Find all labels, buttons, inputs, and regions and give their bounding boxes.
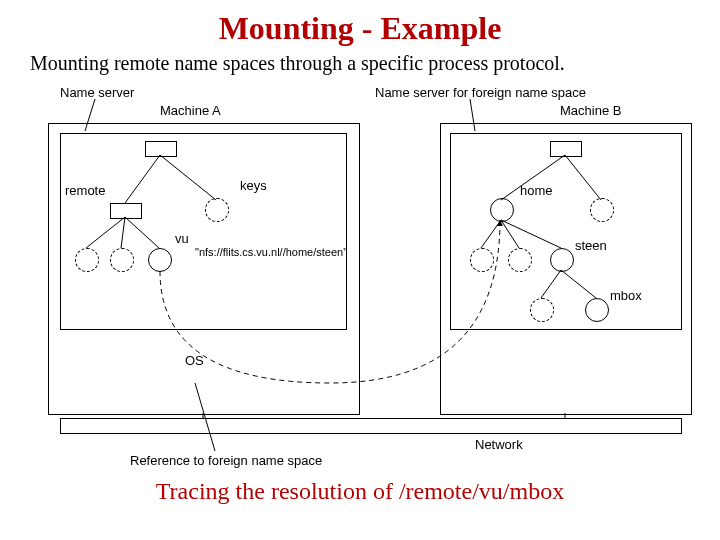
page-title: Mounting - Example — [0, 10, 720, 47]
svg-line-12 — [541, 270, 561, 298]
svg-line-7 — [501, 155, 565, 200]
svg-line-5 — [121, 217, 125, 248]
svg-line-4 — [86, 217, 125, 248]
svg-line-2 — [125, 155, 160, 203]
diagram: Name server Name server for foreign name… — [30, 83, 710, 473]
subtitle: Mounting remote name spaces through a sp… — [30, 52, 720, 75]
svg-line-16 — [195, 383, 215, 451]
svg-line-9 — [481, 220, 501, 248]
svg-line-6 — [125, 217, 159, 248]
svg-line-8 — [565, 155, 601, 200]
svg-line-3 — [160, 155, 216, 200]
svg-line-13 — [561, 270, 596, 298]
svg-line-0 — [85, 99, 95, 131]
caption: Tracing the resolution of /remote/vu/mbo… — [0, 478, 720, 505]
svg-line-1 — [470, 99, 475, 131]
connector-lines — [30, 83, 710, 473]
